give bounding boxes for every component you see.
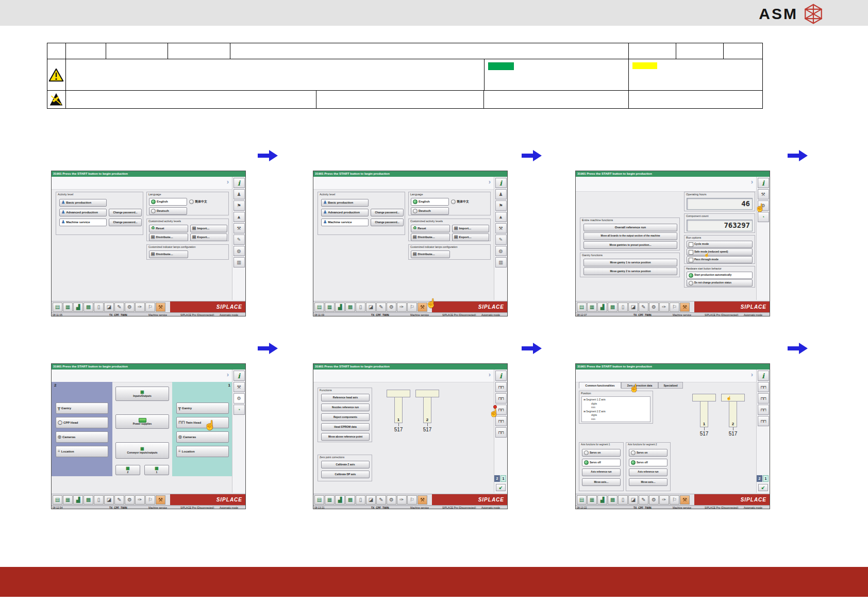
toolbar-icon[interactable]: ✎ [376,495,386,505]
cycle-mode-checkbox[interactable]: Cycle mode [687,241,753,248]
reject-components-button[interactable]: Reject components [321,413,370,421]
import-button[interactable]: ▤Import... [190,225,227,232]
tree-leaf[interactable]: digits [583,413,650,417]
sidebar-icon[interactable]: ⚒ [495,223,507,233]
tree-leaf[interactable]: mm [583,417,650,422]
toolbar-icon[interactable]: ◪ [628,495,638,505]
language-chinese-option[interactable]: 简体中文 [451,198,489,206]
toolbar-icon[interactable]: ⚙ [125,303,135,312]
toolbar-icon[interactable]: ▦ [587,495,597,505]
toolbar-icon[interactable]: ▟ [73,303,83,312]
head-view-icon[interactable]: ⊓⊓ [495,393,507,404]
sidebar-icon[interactable]: ♟ [495,189,507,199]
info-icon[interactable]: i [233,178,245,188]
toolbar-icon[interactable]: ▤ [577,303,587,312]
conveyor-io-button[interactable]: ▦Conveyor inputs/outputs [115,442,169,459]
twin-head-button[interactable]: ⊓⊓Twin Head [176,417,229,428]
tree-leaf[interactable]: mm [583,406,650,410]
overall-reference-run-button[interactable]: Overall reference run [583,224,677,231]
toolbar-icon[interactable]: ✑ [659,495,669,505]
location-button[interactable]: ≡Location [56,446,108,457]
language-german-button[interactable]: Deutsch [411,207,449,215]
machine-service-button[interactable]: ♟Machine service [59,219,107,226]
toolbar-icon[interactable]: ✎ [114,303,124,312]
sidebar-icon[interactable]: ▥ [233,257,245,267]
sidebar-icon[interactable]: ◍ [233,246,245,256]
reset-button[interactable]: ♻Reset [411,225,450,232]
move-axis-button[interactable]: Move axis... [582,478,621,486]
toolbar-icon[interactable]: ▯ [618,303,628,312]
language-chinese-option[interactable]: 简体中文 [189,198,227,206]
toolbar-icon[interactable]: ▟ [597,303,607,312]
toolbar-icon[interactable]: ▩ [84,495,93,505]
tree-node[interactable]: ⊞ Segment 2 Z axis [583,410,650,414]
sidebar-icon[interactable]: ▲ [233,212,245,222]
distribute-lamps-button[interactable]: ▤Distribute... [411,250,450,258]
station-1-button[interactable]: 1 [763,475,769,482]
toolbar-icon[interactable]: ▟ [597,495,607,505]
toolbar-icon[interactable]: ⚐ [145,303,155,312]
toolbar-icon[interactable]: ▯ [356,495,365,505]
power-supplies-button[interactable]: Power supplies [115,414,169,429]
do-not-change-production-radio[interactable]: Do not change production status [687,279,753,287]
tree-leaf[interactable]: digits [583,402,650,406]
toolbar-icon[interactable]: ✎ [114,495,124,505]
language-german-button[interactable]: Deutsch [149,207,187,215]
machine-service-button[interactable]: ♟Machine service [321,219,369,226]
exit-icon[interactable]: ↙ [758,484,768,491]
toolbar-icon[interactable]: ▯ [618,495,628,505]
toolbar-icon[interactable]: ▦ [587,303,597,312]
toolbar-icon[interactable]: ▦ [325,303,335,312]
info-icon[interactable]: i [233,371,245,381]
head-view-icon[interactable]: ⊓⊓ [495,427,507,438]
toolbar-icon[interactable]: ◪ [104,303,114,312]
move-boards-output-button[interactable]: Move all boards to the output section of… [583,232,677,240]
toolbar-icon[interactable]: ▤ [53,495,62,505]
toolbar-icon[interactable]: ✑ [135,303,145,312]
pass-through-mode-checkbox[interactable]: Pass through mode [687,256,753,263]
servo-on-radio[interactable]: Servo on [629,449,667,457]
sidebar-icon[interactable]: ♟ [233,189,245,199]
start-production-automatically-radio[interactable]: Start production automatically [687,272,753,279]
servo-on-radio[interactable]: Servo on [582,449,621,457]
nozzles-reference-run-button[interactable]: Nozzles reference run [321,404,370,411]
toolbar-icon[interactable]: ✑ [135,495,145,505]
change-password-button[interactable]: Change password... [371,209,404,216]
toolbar-icon[interactable]: ⚒ [156,303,165,312]
inputs-outputs-button[interactable]: ▦Inputs/Outputs [115,387,169,401]
gantry-button[interactable]: ┳Gantry [56,403,108,414]
toolbar-icon[interactable]: ▤ [577,495,587,505]
import-button[interactable]: ▤Import... [452,225,489,232]
tab-zero-correction-data[interactable]: Zero correction data [621,382,658,389]
tab-common-functionalities[interactable]: Common functionalities [579,382,621,389]
cpp-head-button[interactable]: ◯CPP Head [56,417,108,428]
toolbar-icon[interactable]: ▦ [63,303,73,312]
export-button[interactable]: ▤Export... [190,233,227,241]
head-view-icon[interactable]: ⊓⊓ [758,416,769,426]
tree-node[interactable]: ⊞ Segment 1 Z axis [583,398,650,402]
toolbar-icon[interactable]: ▯ [356,303,365,312]
toolbar-icon[interactable]: ⚙ [387,495,396,505]
sidebar-icon[interactable]: ⚒ [233,223,245,233]
toolbar-icon[interactable]: ⚐ [670,495,679,505]
toolbar-icon[interactable]: ▦ [63,495,73,505]
station-1-button[interactable]: 1 [500,475,506,482]
toolbar-icon[interactable]: ⚒ [418,495,427,505]
cameras-button[interactable]: ◎Cameras [176,431,229,443]
gear-icon[interactable]: ⚙ [233,393,245,404]
toolbar-icon[interactable]: ▤ [53,303,62,312]
toolbar-icon[interactable]: ▩ [84,303,93,312]
safe-mode-checkbox[interactable]: Safe mode (reduced speed) [687,248,753,256]
head-eprom-data-button[interactable]: Head EPROM data [321,423,370,431]
distribute-lamps-button[interactable]: ▤Distribute... [149,250,188,258]
toolbar-icon[interactable]: ▤ [314,303,324,312]
basic-production-button[interactable]: ♟Basic production [321,199,369,207]
distribute-button[interactable]: ▤Distribute... [149,233,188,241]
axis-reference-run-button[interactable]: Axis reference run [629,468,667,476]
export-button[interactable]: ▤Export... [452,233,489,241]
toolbar-icon[interactable]: ▟ [73,495,83,505]
toolbar-icon[interactable]: ▦ [325,495,335,505]
service-tools-icon[interactable]: ⚒ [758,189,769,199]
toolbar-icon[interactable]: ⚙ [125,495,135,505]
language-english-button[interactable]: English [149,198,187,206]
